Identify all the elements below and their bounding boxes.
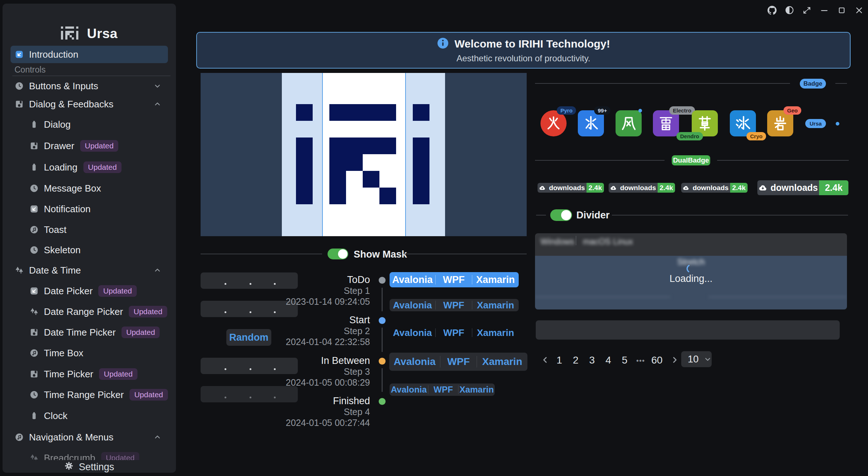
platform-button-xamarin[interactable]: Xamarin [458,383,495,396]
sidebar-item-time-picker[interactable]: Time PickerUpdated [11,365,168,383]
close-icon[interactable] [855,6,864,15]
platform-button-wpf[interactable]: WPF [428,383,458,396]
sidebar-item-introduction[interactable]: Introduction [11,46,168,63]
sidebar-item-notification[interactable]: Notification [11,200,168,218]
minimize-icon[interactable] [820,6,829,15]
sidebar-item-dialog-feedbacks[interactable]: Dialog & Feedbacks [11,95,168,113]
sidebar-item-drawer[interactable]: DrawerUpdated [11,137,168,155]
cloud-download-icon [539,185,546,191]
sidebar-item-message-box[interactable]: Message Box [11,180,168,197]
clock-icon [29,184,39,193]
floppy-icon [29,141,39,151]
divider-toggle[interactable] [550,209,572,221]
ip-dot [225,397,226,398]
sidebar-item-navigation-menus[interactable]: Navigation & Menus [11,428,168,446]
sidebar-item-dialog[interactable]: Dialog [11,116,168,133]
platform-button-avalonia[interactable]: Avalonia [390,272,435,287]
sidebar-item-toast[interactable]: Toast [11,221,168,238]
page-size-select[interactable]: 10 [681,351,712,367]
updated-badge: Updated [83,161,122,173]
pagination-page-4[interactable]: 4 [605,354,611,366]
timeline-step: Step 3 [344,366,370,377]
platform-button-avalonia[interactable]: Avalonia [390,299,435,311]
sidebar-item-date-time-picker[interactable]: Date Time PickerUpdated [11,324,168,341]
timeline-time: 2024-01-05 00:08:29 [286,377,370,388]
timeline-connector [382,288,383,311]
platform-button-wpf[interactable]: WPF [436,272,472,287]
ipv4-input[interactable] [201,272,298,289]
toggle-knob [338,249,347,259]
sidebar-item-loading[interactable]: LoadingUpdated [11,159,168,176]
pagination-page-1[interactable]: 1 [556,354,562,366]
show-mask-toggle[interactable] [328,249,348,259]
pagination-page-3[interactable]: 3 [589,354,595,366]
updated-badge: Updated [98,285,136,297]
platform-button-xamarin[interactable]: Xamarin [477,353,527,371]
ip-dot [250,397,251,398]
sidebar-settings[interactable]: Settings [3,458,176,473]
badge-avatar-feng[interactable] [616,110,642,136]
platform-button-xamarin[interactable]: Xamarin [472,299,519,311]
platform-button-avalonia[interactable]: Avalonia [390,327,435,338]
platform-button-avalonia[interactable]: Avalonia [389,353,440,371]
pagination-page-5[interactable]: 5 [622,354,628,366]
dot-badge [638,109,642,112]
empty-input[interactable] [536,320,840,340]
downloads-label: downloads [549,184,585,192]
sidebar-item-date-picker[interactable]: Date PickerUpdated [11,282,168,300]
sidebar-item-time-range-picker[interactable]: Time Range PickerUpdated [11,386,168,403]
hero-logo-pixel [413,104,429,121]
hero-logo-pixel [296,138,313,204]
pagination-prev-icon[interactable] [540,355,550,366]
hero-logo-pixel [329,138,396,154]
divider-line [717,160,849,161]
divider-toggle-label: Divider [576,210,610,221]
divider-line [201,254,322,254]
note-icon [29,225,39,234]
sidebar-item-time-box[interactable]: Time Box [11,344,168,362]
note-icon [15,432,24,442]
sidebar-item-label: Time Picker [44,369,93,380]
expand-icon[interactable] [802,6,811,15]
ipv4-input[interactable] [201,358,298,374]
pagination-page-2[interactable]: 2 [573,354,579,366]
maximize-icon[interactable] [837,6,846,15]
ip-dot [250,283,251,285]
trees-icon [29,307,39,316]
platform-button-wpf[interactable]: WPF [436,299,472,311]
sidebar-item-buttons-inputs[interactable]: Buttons & Inputs [11,77,168,95]
tab-panel: WindowsmacOS Linux StretchLoading... [535,233,847,309]
floppy-icon [29,369,39,379]
ip-dot [225,311,226,313]
random-button[interactable]: Random [226,329,271,346]
badge-tag: Geo [783,106,801,115]
platform-button-wpf[interactable]: WPF [440,353,477,371]
sidebar-item-date-time[interactable]: Date & Time [11,262,168,279]
ipv4-input[interactable] [201,386,298,402]
sidebar-item-skeleton[interactable]: Skeleton [11,241,168,259]
ipv4-input[interactable] [201,301,298,317]
badge-tag: Electro [669,106,695,115]
github-icon[interactable] [768,6,777,15]
clock-icon [29,390,39,399]
tab-separator [576,236,576,245]
platform-button-xamarin[interactable]: Xamarin [472,272,519,287]
badge-tag: 99+ [594,106,610,115]
sidebar-item-clock[interactable]: Clock [11,407,168,424]
tab-windows[interactable]: Windows [540,237,574,247]
platform-button-xamarin[interactable]: Xamarin [472,327,519,338]
battery-icon [29,411,39,420]
sidebar-item-label: Clock [44,410,67,422]
sidebar-item-label: Toast [44,224,66,235]
pagination-page-60[interactable]: 60 [651,354,662,366]
hero-logo-pixel [413,138,429,204]
platform-button-avalonia[interactable]: Avalonia [390,383,428,396]
sidebar-item-date-range-picker[interactable]: Date Range PickerUpdated [11,303,168,320]
tab-macos-linux[interactable]: macOS Linux [583,237,633,247]
theme-toggle-icon[interactable] [785,6,794,15]
pagination-next-icon[interactable] [670,355,679,366]
sidebar-item-label: Skeleton [44,245,81,256]
platform-button-wpf[interactable]: WPF [436,327,472,338]
tab-body: StretchLoading... [535,256,847,309]
timeline-dot [379,317,386,324]
